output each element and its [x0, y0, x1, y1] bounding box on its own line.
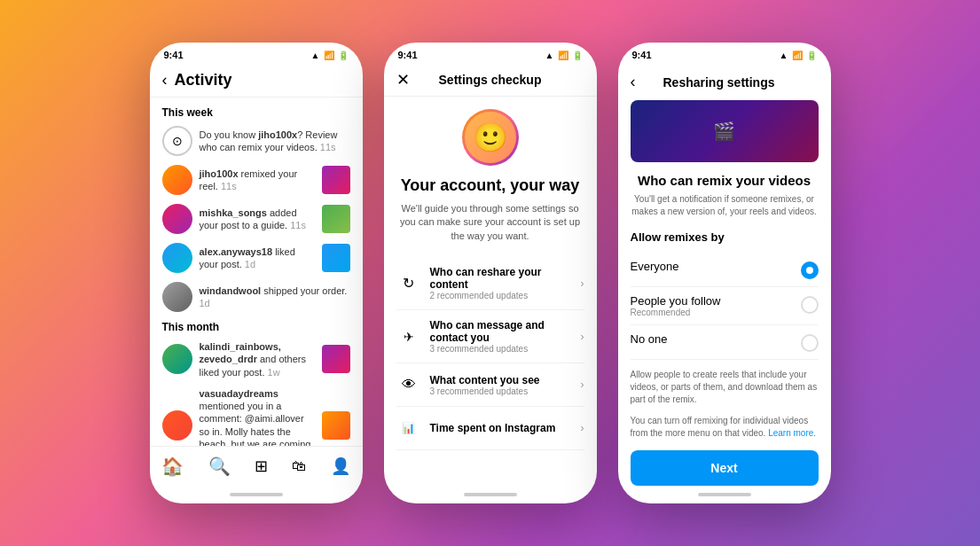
checkup-title-text: Settings checkup — [439, 73, 542, 87]
profile-avatar: 🙂 — [462, 109, 519, 166]
home-indicator — [230, 493, 283, 496]
wifi-icon: ▲ — [545, 51, 554, 60]
activity-header: ‹ Activity — [150, 64, 363, 98]
list-item: ⊙ Do you know jiho100x? Review who can r… — [162, 126, 350, 156]
status-bar-2: 9:41 ▲ 📶 🔋 — [384, 43, 597, 64]
learn-more-link[interactable]: Learn more. — [768, 428, 816, 438]
avatar — [162, 243, 192, 273]
checkup-item-text: Who can message and contact you 3 recomm… — [430, 319, 572, 354]
option-label: Everyone — [631, 260, 679, 273]
video-preview: 🎬 — [631, 100, 819, 162]
activity-text: jiho100x remixed your reel. 11s — [200, 168, 315, 193]
battery-icon: 🔋 — [572, 51, 583, 60]
status-icons-2: ▲ 📶 🔋 — [545, 51, 583, 60]
activity-text: windandwool shipped your order. 1d — [200, 285, 350, 310]
checkup-header: ✕ Settings checkup — [384, 64, 597, 97]
thumbnail — [322, 411, 350, 440]
avatar: ⊙ — [162, 126, 192, 156]
reshare-icon: ↻ — [396, 271, 421, 296]
month-section-label: This month — [162, 321, 350, 333]
radio-noone[interactable] — [801, 334, 819, 352]
item-sub: 3 recommended updates — [430, 344, 572, 354]
eye-icon: 👁 — [396, 372, 421, 397]
radio-follow[interactable] — [801, 296, 819, 314]
item-title: Who can message and contact you — [430, 319, 572, 344]
week-section-label: This week — [162, 106, 350, 119]
list-item[interactable]: 📊 Time spent on Instagram › — [396, 407, 584, 450]
list-item[interactable]: ✈ Who can message and contact you 3 reco… — [396, 310, 584, 363]
radio-everyone[interactable] — [801, 261, 819, 279]
status-time-3: 9:41 — [632, 50, 652, 60]
footer-note-text: Allow people to create reels that includ… — [631, 370, 818, 404]
allow-label: Allow remixes by — [631, 230, 819, 244]
status-bar-3: 9:41 ▲ 📶 🔋 — [618, 43, 831, 64]
chevron-right-icon: › — [581, 277, 584, 290]
nav-shop-icon[interactable]: 🛍 — [292, 458, 306, 474]
option-label: No one — [631, 332, 668, 346]
item-title: Time spent on Instagram — [430, 422, 572, 434]
activity-title: Activity — [175, 71, 232, 90]
checkup-subtitle: We'll guide you through some settings so… — [396, 202, 584, 243]
list-item: kalindi_rainbows, zevedo_drdr and others… — [162, 340, 350, 378]
avatar — [162, 282, 192, 312]
back-button[interactable]: ‹ — [631, 73, 636, 91]
thumbnail — [322, 244, 350, 272]
close-button[interactable]: ✕ — [396, 70, 410, 90]
footer-note: Allow people to create reels that includ… — [631, 369, 819, 406]
phone-settings-checkup: 9:41 ▲ 📶 🔋 ✕ Settings checkup 🙂 Your acc… — [384, 43, 597, 503]
nav-reels-icon[interactable]: ⊞ — [255, 456, 268, 476]
thumbnail — [322, 205, 350, 233]
nav-search-icon[interactable]: 🔍 — [208, 456, 231, 477]
bottom-nav: 🏠 🔍 ⊞ 🛍 👤 — [150, 446, 363, 489]
resharing-content: 🎬 Who can remix your videos You'll get a… — [618, 100, 831, 489]
radio-option-follow[interactable]: People you follow Recommended — [631, 287, 819, 325]
status-icons-3: ▲ 📶 🔋 — [780, 51, 817, 60]
checkup-body: 🙂 Your account, your way We'll guide you… — [384, 97, 597, 489]
phone-resharing: 9:41 ▲ 📶 🔋 ‹ Resharing settings 🎬 Who ca… — [618, 43, 831, 503]
list-item: vasuadaydreams mentioned you in a commen… — [162, 387, 350, 446]
chevron-right-icon: › — [581, 331, 584, 343]
nav-profile-icon[interactable]: 👤 — [331, 456, 350, 476]
avatar-inner: 🙂 — [465, 112, 516, 163]
avatar — [162, 410, 192, 441]
list-item[interactable]: 👁 What content you see 3 recommended upd… — [396, 363, 584, 407]
status-time-2: 9:41 — [398, 50, 418, 60]
footer-note-2: You can turn off remixing for individual… — [631, 415, 819, 440]
status-time-1: 9:41 — [164, 50, 184, 60]
thumbnail — [322, 166, 350, 194]
item-title: Who can reshare your content — [430, 266, 572, 291]
avatar — [162, 204, 192, 234]
phone-activity: 9:41 ▲ 📶 🔋 ‹ Activity This week ⊙ Do you… — [150, 43, 363, 503]
avatar — [162, 344, 192, 374]
chevron-right-icon: › — [581, 422, 584, 434]
checkup-item-text: What content you see 3 recommended updat… — [430, 374, 572, 396]
chevron-right-icon: › — [581, 378, 584, 391]
battery-icon: 🔋 — [806, 51, 817, 60]
next-button[interactable]: Next — [631, 450, 819, 486]
list-item[interactable]: ↻ Who can reshare your content 2 recomme… — [396, 257, 584, 310]
resharing-body: 🎬 Who can remix your videos You'll get a… — [618, 100, 831, 489]
home-indicator — [464, 493, 517, 496]
resharing-desc: You'll get a notification if someone rem… — [631, 193, 819, 218]
video-icon: 🎬 — [713, 121, 735, 142]
activity-text: mishka_songs added your post to a guide.… — [200, 207, 315, 232]
back-button[interactable]: ‹ — [162, 71, 168, 90]
wifi-icon: ▲ — [311, 51, 320, 60]
wifi-icon: ▲ — [780, 51, 788, 60]
list-item: windandwool shipped your order. 1d — [162, 282, 350, 312]
radio-option-everyone[interactable]: Everyone — [631, 253, 819, 287]
message-icon: ✈ — [396, 324, 421, 349]
item-sub: 2 recommended updates — [430, 291, 572, 300]
option-left: Everyone — [631, 260, 679, 273]
nav-home-icon[interactable]: 🏠 — [161, 456, 184, 477]
signal-icon: 📶 — [324, 51, 334, 60]
item-title: What content you see — [430, 374, 572, 386]
resharing-main-title: Who can remix your videos — [631, 173, 819, 188]
resharing-header: ‹ Resharing settings — [618, 64, 831, 100]
checkup-main-title: Your account, your way — [396, 176, 584, 195]
option-left: No one — [631, 332, 668, 346]
activity-text: vasuadaydreams mentioned you in a commen… — [200, 387, 315, 446]
status-icons-1: ▲ 📶 🔋 — [311, 51, 349, 60]
radio-option-noone[interactable]: No one — [631, 325, 819, 360]
activity-body: This week ⊙ Do you know jiho100x? Review… — [150, 98, 363, 446]
